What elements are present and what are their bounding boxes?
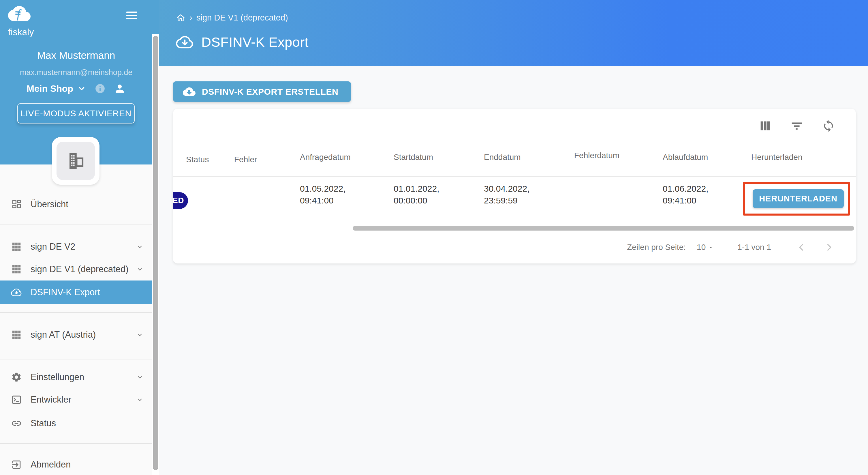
- column-header-herunterladen[interactable]: Herunterladen: [751, 153, 802, 162]
- info-icon[interactable]: [95, 83, 105, 94]
- cell-anfragedatum: 01.05.2022, 09:41:00: [300, 183, 345, 206]
- cell-ablaufdatum: 01.06.2022, 09:41:00: [663, 183, 708, 206]
- page-header: › sign DE V1 (deprecated) DSFINV-K Expor…: [159, 0, 868, 66]
- cloud-download-icon: [183, 86, 195, 97]
- person-icon[interactable]: [114, 83, 126, 95]
- logo-wordmark: fiskaly: [8, 27, 43, 37]
- apps-icon: [11, 241, 22, 252]
- view-columns-icon[interactable]: [758, 119, 772, 132]
- chevron-down-icon[interactable]: [77, 84, 86, 93]
- sidebar-item-uebersicht[interactable]: Übersicht: [0, 193, 152, 216]
- fiskaly-logo: f fiskaly: [8, 4, 43, 36]
- cloud-download-icon: [11, 287, 22, 298]
- hamburger-icon: [126, 11, 137, 13]
- cloud-logo-icon: f: [8, 4, 31, 23]
- terminal-icon: [11, 394, 22, 405]
- shop-selector[interactable]: Mein Shop: [27, 83, 73, 94]
- shop-selector-row: Mein Shop: [0, 81, 152, 96]
- sidebar-item-entwickler[interactable]: Entwickler: [0, 388, 152, 411]
- sidebar-item-label: sign DE V1 (deprecated): [31, 264, 136, 274]
- pagination-range: 1-1 von 1: [737, 243, 771, 252]
- download-button[interactable]: HERUNTERLADEN: [753, 189, 844, 208]
- user-email: max.mustermann@meinshop.de: [0, 68, 152, 77]
- breadcrumb-page[interactable]: sign DE V1 (deprecated): [196, 13, 288, 23]
- sidebar-item-label: DSFINV-K Export: [31, 287, 144, 298]
- table-toolbar: [758, 119, 835, 132]
- settings-gear-icon: [11, 372, 22, 383]
- chevron-down-icon: [136, 374, 144, 381]
- user-name: Max Mustermann: [0, 50, 152, 61]
- pagination: Zeilen pro Seite: 10 1-1 von 1: [627, 239, 834, 256]
- sidebar-item-status[interactable]: Status: [0, 412, 152, 435]
- organization-card[interactable]: [52, 137, 99, 185]
- page-title: DSFINV-K Export: [201, 34, 309, 50]
- export-table-card: Status Fehler Anfragedatum Startdatum En…: [173, 109, 856, 264]
- column-header-enddatum[interactable]: Enddatum: [484, 153, 521, 162]
- apps-icon: [11, 264, 22, 275]
- create-export-button[interactable]: DSFINV-K EXPORT ERSTELLEN: [173, 81, 351, 102]
- refresh-icon[interactable]: [822, 119, 835, 132]
- sidebar-item-sign-de-v1[interactable]: sign DE V1 (deprecated): [0, 258, 152, 281]
- column-header-fehler[interactable]: Fehler: [234, 155, 257, 164]
- cell-startdatum: 01.01.2022, 00:00:00: [394, 183, 439, 206]
- table-row-divider: [173, 224, 856, 224]
- sidebar-item-label: Einstellungen: [31, 372, 136, 382]
- sidebar-item-sign-at[interactable]: sign AT (Austria): [0, 323, 152, 346]
- sidebar-item-sign-de-v2[interactable]: sign DE V2: [0, 235, 152, 258]
- column-header-anfragedatum[interactable]: Anfragedatum: [300, 153, 351, 162]
- status-chip: ED: [173, 192, 188, 209]
- create-export-button-label: DSFINV-K EXPORT ERSTELLEN: [202, 87, 338, 97]
- table-header-divider: [173, 176, 856, 177]
- sidebar-divider: [0, 443, 152, 444]
- filter-list-icon[interactable]: [790, 119, 803, 132]
- organization-card-inner: [57, 142, 95, 180]
- home-icon[interactable]: [176, 13, 185, 23]
- live-mode-button[interactable]: LIVE-MODUS AKTIVIEREN: [17, 103, 135, 123]
- sidebar-divider: [0, 360, 152, 360]
- breadcrumb: › sign DE V1 (deprecated): [176, 13, 288, 23]
- sidebar: f fiskaly Max Mustermann max.mustermann@…: [0, 0, 159, 475]
- dropdown-arrow-icon: [707, 244, 714, 251]
- chevron-down-icon: [136, 396, 144, 404]
- logout-icon: [11, 459, 22, 470]
- dashboard-icon: [11, 199, 22, 210]
- previous-page-icon[interactable]: [797, 242, 806, 252]
- sidebar-divider: [0, 225, 152, 225]
- rows-per-page-label: Zeilen pro Seite:: [627, 243, 686, 252]
- sidebar-item-einstellungen[interactable]: Einstellungen: [0, 366, 152, 389]
- column-header-ablaufdatum[interactable]: Ablaufdatum: [663, 153, 708, 162]
- column-header-status[interactable]: Status: [186, 155, 209, 164]
- rows-per-page-select[interactable]: 10: [697, 243, 714, 252]
- link-icon: [11, 418, 22, 429]
- chevron-down-icon: [136, 331, 144, 338]
- main-area: › sign DE V1 (deprecated) DSFINV-K Expor…: [159, 0, 868, 475]
- column-header-startdatum[interactable]: Startdatum: [394, 153, 433, 162]
- page-title-row: DSFINV-K Export: [176, 34, 309, 50]
- sidebar-item-label: Status: [31, 418, 144, 428]
- rows-per-page-value: 10: [697, 243, 706, 252]
- cloud-download-icon: [176, 35, 194, 50]
- sidebar-divider: [0, 312, 152, 313]
- sidebar-item-abmelden[interactable]: Abmelden: [0, 453, 152, 475]
- menu-toggle-button[interactable]: [126, 11, 137, 21]
- sidebar-item-dsfinvk-export[interactable]: DSFINV-K Export: [0, 280, 152, 304]
- cell-enddatum: 30.04.2022, 23:59:59: [484, 183, 529, 206]
- column-header-fehlerdatum[interactable]: Fehlerdatum: [574, 151, 619, 160]
- apps-icon: [11, 329, 22, 340]
- chevron-down-icon: [136, 266, 144, 273]
- sidebar-item-label: Entwickler: [31, 394, 136, 405]
- sidebar-item-label: Abmelden: [31, 459, 144, 470]
- sidebar-scrollbar-track[interactable]: [152, 34, 159, 475]
- breadcrumb-separator: ›: [189, 13, 192, 23]
- sidebar-item-label: sign AT (Austria): [31, 330, 136, 340]
- sidebar-scrollbar-thumb[interactable]: [153, 36, 158, 470]
- horizontal-scrollbar-thumb[interactable]: [353, 226, 854, 231]
- sidebar-item-label: sign DE V2: [31, 241, 136, 252]
- next-page-icon[interactable]: [824, 242, 834, 252]
- sidebar-item-label: Übersicht: [31, 199, 144, 209]
- organization-building-icon: [66, 151, 85, 171]
- chevron-down-icon: [136, 243, 144, 250]
